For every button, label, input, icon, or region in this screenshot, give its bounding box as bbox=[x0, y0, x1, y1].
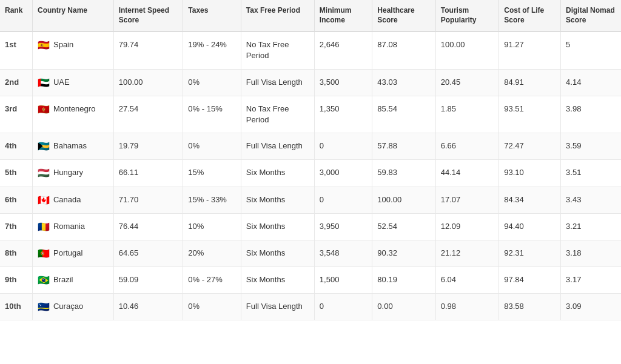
cell-taxfree: No Tax Free Period bbox=[241, 96, 314, 133]
cell-internet: 71.70 bbox=[113, 187, 183, 213]
taxes-value: 0% - 27% bbox=[188, 275, 222, 284]
cell-digital: 5 bbox=[561, 31, 621, 69]
taxfree-value: Full Visa Length bbox=[246, 141, 303, 150]
cell-income: 3,950 bbox=[314, 213, 372, 240]
cell-rank: 9th bbox=[0, 267, 32, 294]
taxfree-value: Six Months bbox=[246, 275, 285, 284]
costlife-score: 83.58 bbox=[504, 302, 524, 311]
cell-internet: 79.74 bbox=[113, 31, 183, 69]
taxfree-value: No Tax Free Period bbox=[246, 104, 289, 124]
income-value: 3,950 bbox=[320, 222, 340, 231]
tourism-value: 6.66 bbox=[441, 141, 456, 150]
tourism-value: 0.98 bbox=[441, 302, 456, 311]
cell-income: 1,500 bbox=[314, 267, 372, 294]
cell-country: 🇭🇺Hungary bbox=[32, 160, 113, 187]
income-value: 3,000 bbox=[320, 168, 340, 177]
cell-digital: 3.09 bbox=[561, 294, 621, 320]
healthcare-score: 59.83 bbox=[377, 168, 397, 177]
taxes-value: 20% bbox=[188, 248, 204, 257]
country-flag: 🇪🇸 bbox=[38, 39, 50, 51]
cell-rank: 3rd bbox=[0, 96, 32, 133]
healthcare-score: 80.19 bbox=[377, 275, 397, 284]
rank-value: 4th bbox=[5, 141, 17, 150]
cell-country: 🇦🇪UAE bbox=[32, 69, 113, 96]
country-name: Spain bbox=[53, 39, 73, 50]
cell-rank: 7th bbox=[0, 213, 32, 240]
income-value: 1,500 bbox=[320, 275, 340, 284]
cell-digital: 3.21 bbox=[561, 213, 621, 240]
col-header-tourism: Tourism Popularity bbox=[435, 0, 498, 31]
taxes-value: 0% bbox=[188, 78, 200, 87]
rank-value: 3rd bbox=[5, 104, 17, 113]
taxfree-value: Six Months bbox=[246, 168, 285, 177]
costlife-score: 84.34 bbox=[504, 195, 524, 204]
table-row: 2nd🇦🇪UAE100.000%Full Visa Length3,50043.… bbox=[0, 69, 621, 96]
cell-costlife: 83.58 bbox=[499, 294, 561, 320]
healthcare-score: 100.00 bbox=[377, 195, 401, 204]
cell-income: 3,500 bbox=[314, 69, 372, 96]
cell-taxfree: Six Months bbox=[241, 187, 314, 213]
table-row: 4th🇧🇸Bahamas19.790%Full Visa Length057.8… bbox=[0, 133, 621, 160]
cell-digital: 3.98 bbox=[561, 96, 621, 133]
cell-tourism: 44.14 bbox=[435, 160, 498, 187]
table-row: 6th🇨🇦Canada71.7015% - 33%Six Months0100.… bbox=[0, 187, 621, 213]
cell-costlife: 97.84 bbox=[499, 267, 561, 294]
cell-rank: 6th bbox=[0, 187, 32, 213]
healthcare-score: 0.00 bbox=[377, 302, 392, 311]
cell-taxes: 10% bbox=[183, 213, 241, 240]
internet-score: 79.74 bbox=[119, 40, 139, 49]
healthcare-score: 43.03 bbox=[377, 78, 397, 87]
cell-healthcare: 52.54 bbox=[372, 213, 435, 240]
costlife-score: 92.31 bbox=[504, 248, 524, 257]
taxfree-value: Six Months bbox=[246, 195, 285, 204]
col-header-rank: Rank bbox=[0, 0, 32, 31]
cell-healthcare: 43.03 bbox=[372, 69, 435, 96]
taxes-value: 15% - 33% bbox=[188, 195, 227, 204]
income-value: 2,646 bbox=[320, 40, 340, 49]
cell-costlife: 91.27 bbox=[499, 31, 561, 69]
digital-score: 3.43 bbox=[566, 195, 581, 204]
costlife-score: 91.27 bbox=[504, 40, 524, 49]
country-flag: 🇲🇪 bbox=[38, 104, 50, 115]
cell-taxfree: Full Visa Length bbox=[241, 69, 314, 96]
table-row: 10th🇨🇼Curaçao10.460%Full Visa Length00.0… bbox=[0, 294, 621, 320]
internet-score: 66.11 bbox=[119, 168, 139, 177]
country-flag: 🇨🇦 bbox=[38, 194, 50, 206]
cell-healthcare: 57.88 bbox=[372, 133, 435, 160]
cell-taxfree: Six Months bbox=[241, 267, 314, 294]
cell-rank: 2nd bbox=[0, 69, 32, 96]
cell-taxes: 19% - 24% bbox=[183, 31, 241, 69]
cell-tourism: 100.00 bbox=[435, 31, 498, 69]
taxfree-value: Six Months bbox=[246, 248, 285, 257]
income-value: 0 bbox=[320, 302, 324, 311]
internet-score: 100.00 bbox=[119, 78, 143, 87]
cell-costlife: 84.91 bbox=[499, 69, 561, 96]
income-value: 1,350 bbox=[320, 104, 340, 113]
cell-tourism: 1.85 bbox=[435, 96, 498, 133]
cell-internet: 19.79 bbox=[113, 133, 183, 160]
costlife-score: 93.10 bbox=[504, 168, 524, 177]
cell-internet: 10.46 bbox=[113, 294, 183, 320]
col-header-costlife: Cost of Life Score bbox=[499, 0, 561, 31]
cell-internet: 76.44 bbox=[113, 213, 183, 240]
digital-score: 3.98 bbox=[566, 104, 581, 113]
country-flag: 🇧🇸 bbox=[38, 141, 50, 152]
cell-income: 0 bbox=[314, 187, 372, 213]
cell-income: 0 bbox=[314, 294, 372, 320]
cell-digital: 3.59 bbox=[561, 133, 621, 160]
taxes-value: 15% bbox=[188, 168, 204, 177]
country-name: Portugal bbox=[53, 248, 82, 259]
country-flag: 🇷🇴 bbox=[38, 221, 50, 233]
cell-country: 🇪🇸Spain bbox=[32, 31, 113, 69]
internet-score: 19.79 bbox=[119, 141, 139, 150]
income-value: 0 bbox=[320, 141, 324, 150]
cell-taxes: 0% - 27% bbox=[183, 267, 241, 294]
cell-healthcare: 100.00 bbox=[372, 187, 435, 213]
taxfree-value: No Tax Free Period bbox=[246, 40, 289, 60]
internet-score: 71.70 bbox=[119, 195, 139, 204]
cell-income: 2,646 bbox=[314, 31, 372, 69]
internet-score: 10.46 bbox=[119, 302, 139, 311]
tourism-value: 100.00 bbox=[441, 40, 465, 49]
digital-score: 3.17 bbox=[566, 275, 581, 284]
country-flag: 🇦🇪 bbox=[38, 77, 50, 88]
